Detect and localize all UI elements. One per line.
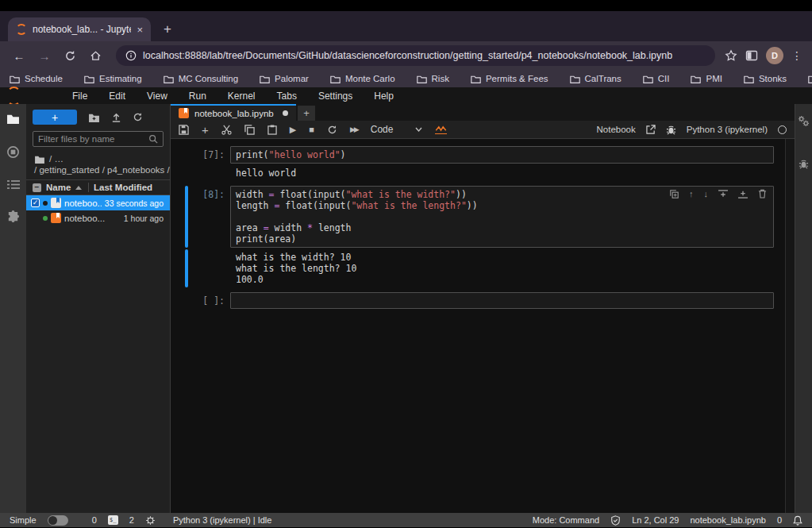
home-folder-icon[interactable]	[34, 155, 45, 164]
cursor-position[interactable]: Ln 2, Col 29	[632, 515, 679, 525]
folder-icon	[10, 75, 20, 83]
bookmark-star-icon[interactable]	[725, 49, 737, 62]
cell-input-empty[interactable]	[230, 292, 774, 309]
file-list-header[interactable]: − Name Last Modified	[26, 179, 170, 195]
bookmark-item[interactable]: Schedule	[10, 74, 63, 83]
bookmark-item[interactable]: PMI	[691, 74, 722, 83]
bookmark-item[interactable]: CalTrans	[570, 74, 622, 83]
browser-tab[interactable]: notebook_lab... - JupyterLab ×	[8, 17, 151, 41]
execution-indicator-icon[interactable]	[435, 125, 447, 134]
debugger-bug-icon[interactable]	[666, 125, 676, 135]
notebook-scroll-area[interactable]: [7]: print("hello world") hello world [8…	[171, 139, 795, 513]
restart-kernel-icon[interactable]	[327, 125, 337, 135]
menu-item[interactable]: View	[147, 91, 167, 102]
command-mode-indicator[interactable]: Mode: Command	[533, 515, 599, 525]
forward-icon[interactable]: →	[33, 44, 56, 67]
bookmark-item[interactable]: Risk	[417, 74, 449, 83]
empty-code-cell[interactable]: [ ]:	[171, 292, 795, 309]
chrome-menu-icon[interactable]: ⋮	[791, 49, 802, 62]
extensions-icon[interactable]	[6, 210, 20, 224]
filter-files-input[interactable]: Filter files by name	[33, 131, 164, 147]
menu-item[interactable]: Run	[189, 91, 206, 102]
bookmark-item[interactable]: Stonks	[744, 74, 787, 83]
bookmark-item[interactable]: BMPs	[808, 74, 812, 83]
breadcrumb-path[interactable]: / getting_started / p4_notebooks /	[26, 164, 170, 179]
kernel-name[interactable]: Python 3 (ipykernel)	[687, 125, 768, 134]
select-all-checkbox[interactable]: −	[33, 183, 41, 192]
file-name[interactable]: noteboo...	[64, 214, 121, 223]
bookmark-item[interactable]: Palomar	[260, 74, 309, 83]
insert-cell-below-icon[interactable]	[738, 189, 748, 198]
menu-item[interactable]: Kernel	[228, 91, 256, 102]
add-tab-button[interactable]: +	[298, 106, 315, 121]
menu-item[interactable]: File	[72, 91, 87, 102]
menu-item[interactable]: Settings	[318, 91, 352, 102]
bookmark-item[interactable]: CII	[643, 74, 670, 83]
address-bar[interactable]: localhost:8888/lab/tree/Documents/GitHub…	[116, 45, 715, 66]
copy-icon[interactable]	[244, 125, 255, 135]
cell-input[interactable]: print("hello world")	[230, 146, 774, 164]
running-kernels-icon[interactable]	[6, 145, 20, 159]
file-row[interactable]: noteboo... 1 hour ago	[26, 210, 170, 225]
external-link-icon[interactable]	[646, 125, 656, 134]
new-launcher-button[interactable]: +	[33, 110, 77, 125]
breadcrumb-ellipsis[interactable]: / …	[49, 154, 63, 164]
column-modified[interactable]: Last Modified	[94, 183, 164, 192]
paste-icon[interactable]	[267, 125, 277, 135]
duplicate-cell-icon[interactable]	[670, 189, 679, 198]
move-cell-down-icon[interactable]: ↓	[704, 189, 709, 198]
tab-close-icon[interactable]: ×	[137, 24, 143, 36]
side-panel-icon[interactable]	[745, 49, 758, 62]
bookmark-item[interactable]: MC Consulting	[164, 74, 238, 83]
menu-item[interactable]: Edit	[109, 91, 125, 102]
upload-icon[interactable]	[111, 112, 121, 122]
row-checkbox-checked[interactable]: ✓	[31, 198, 40, 207]
table-of-contents-icon[interactable]	[7, 179, 20, 190]
notebook-scrollbar[interactable]	[785, 139, 795, 513]
save-icon[interactable]	[179, 125, 189, 135]
refresh-icon[interactable]	[133, 112, 143, 122]
insert-cell-above-icon[interactable]	[718, 189, 728, 198]
bell-icon[interactable]	[793, 515, 802, 526]
back-icon[interactable]: ←	[8, 44, 30, 67]
file-row-selected[interactable]: ✓ noteboo... 33 seconds ago	[26, 195, 170, 210]
interface-label[interactable]: Notebook	[596, 125, 635, 134]
column-name[interactable]: Name	[46, 183, 71, 192]
bookmark-item[interactable]: Monte Carlo	[330, 74, 395, 83]
kernel-status-text[interactable]: Python 3 (ipykernel) | Idle	[173, 515, 272, 525]
debugger-sidebar-icon[interactable]	[799, 159, 809, 169]
kernel-sessions-icon[interactable]	[145, 515, 156, 526]
file-browser-icon[interactable]	[6, 114, 20, 125]
output-collapser-active[interactable]	[185, 249, 188, 287]
cell-input[interactable]: ↑ ↓ width = float(inpu	[230, 186, 774, 248]
menu-item[interactable]: Tabs	[277, 91, 297, 102]
new-folder-icon[interactable]	[88, 113, 100, 122]
menu-item[interactable]: Help	[374, 91, 394, 102]
cell-type-dropdown[interactable]: Code	[371, 124, 423, 135]
file-name[interactable]: noteboo...	[64, 198, 102, 208]
kernel-status-icon[interactable]	[778, 125, 787, 134]
new-tab-button[interactable]: +	[157, 19, 178, 40]
profile-avatar[interactable]: D	[766, 47, 783, 64]
insert-cell-icon[interactable]: +	[202, 123, 209, 137]
cut-icon[interactable]	[221, 125, 232, 135]
property-inspector-icon[interactable]	[798, 115, 810, 127]
move-cell-up-icon[interactable]: ↑	[689, 189, 694, 198]
breadcrumb[interactable]: / …	[26, 152, 170, 164]
notebook-tab-icon	[179, 108, 189, 118]
stop-icon[interactable]: ■	[309, 125, 314, 134]
code-cell[interactable]: [7]: print("hello world")	[171, 146, 795, 164]
site-info-icon[interactable]	[125, 50, 137, 61]
simple-mode-toggle[interactable]	[48, 515, 68, 526]
bookmark-item[interactable]: Permits & Fees	[471, 74, 548, 83]
trusted-shield-icon[interactable]	[610, 515, 621, 526]
terminal-icon[interactable]: $_	[108, 515, 118, 525]
home-icon[interactable]	[84, 44, 106, 67]
run-icon[interactable]: ▶	[290, 125, 296, 135]
code-cell-active[interactable]: [8]: ↑ ↓	[171, 186, 795, 248]
notebook-tab[interactable]: notebook_lab.ipynb	[171, 104, 296, 121]
restart-run-all-icon[interactable]: ▶▶	[350, 125, 358, 133]
delete-cell-icon[interactable]	[758, 189, 767, 198]
bookmark-item[interactable]: Estimating	[84, 74, 142, 83]
reload-icon[interactable]	[59, 44, 81, 67]
